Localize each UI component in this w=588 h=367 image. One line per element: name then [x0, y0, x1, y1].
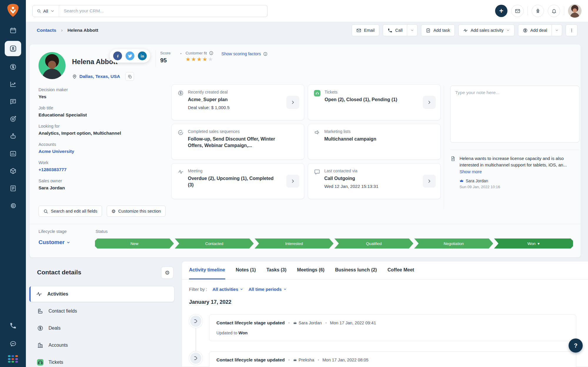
phone-icon	[9, 322, 17, 329]
sidebar-item-reports[interactable]	[6, 147, 20, 160]
sidebar-item-contacts[interactable]	[5, 41, 21, 56]
tab-meetings[interactable]: Meetings (6)	[297, 261, 324, 279]
filter-periods-dropdown[interactable]: All time periods	[248, 287, 287, 292]
note-timestamp: Sun 09 Jan, 2022 10:16	[460, 185, 579, 189]
stage-won[interactable]: Won▾	[494, 238, 573, 248]
note-icon	[450, 156, 456, 161]
customize-section-button[interactable]: ⚙Customize this section	[107, 206, 166, 217]
email-button[interactable]: Email	[352, 24, 379, 36]
email-inbox-button[interactable]	[511, 5, 524, 17]
deals-icon	[9, 63, 17, 71]
sidebar-item-live-chat[interactable]	[6, 337, 20, 351]
notifications-button[interactable]	[548, 5, 560, 17]
score-label: Score	[160, 51, 171, 55]
copy-location-button[interactable]	[125, 72, 134, 81]
contact-location-link[interactable]: Dallas, Texas, USA	[79, 74, 120, 79]
menu-item-accounts[interactable]: Accounts	[29, 338, 174, 353]
add-deal-button[interactable]: Add deal	[518, 24, 552, 36]
breadcrumb-current: Helena Abbott	[68, 28, 98, 33]
crown-icon	[293, 358, 297, 362]
help-button[interactable]: ?	[569, 338, 583, 353]
stage-new[interactable]: New	[95, 238, 174, 248]
sidebar-item-automation[interactable]	[6, 129, 20, 143]
tab-tasks[interactable]: Tasks (3)	[266, 261, 286, 279]
contact-details-settings-button[interactable]: ⚙	[161, 266, 173, 279]
customer-fit-block: Customer fit ★★★★★	[186, 51, 213, 62]
tab-activity-timeline[interactable]: Activity timeline	[189, 261, 225, 279]
note-input[interactable]	[450, 86, 579, 143]
menu-item-contact-fields[interactable]: Contact fields	[29, 303, 174, 319]
field-decision-maker: Decision makerYes	[39, 87, 165, 99]
tab-notes[interactable]: Notes (1)	[236, 261, 256, 279]
facebook-button[interactable]	[113, 51, 122, 60]
building-icon	[37, 342, 44, 348]
stage-negotiation[interactable]: Negotiation	[414, 238, 493, 248]
stage-interested[interactable]: Interested	[255, 238, 334, 248]
open-meetings-button[interactable]	[286, 175, 299, 188]
sidebar-item-documents[interactable]	[6, 181, 20, 195]
summary-widgets: Recently created dealAcme_Super planDeal…	[171, 84, 441, 199]
freshworks-logo[interactable]	[6, 4, 19, 17]
app-dot	[8, 361, 11, 363]
sidebar-item-products[interactable]	[6, 164, 20, 178]
sidebar-bottom	[6, 319, 20, 363]
timeline-card[interactable]: Contact lifecycle stage updated Preksha …	[209, 351, 576, 367]
show-scoring-factors-link[interactable]: Show scoring factors	[221, 51, 268, 56]
timeline-date-header: January 17, 2022	[189, 299, 231, 305]
tab-business-lunch[interactable]: Business lunch (2)	[335, 261, 377, 279]
chevron-down-icon	[555, 29, 559, 32]
twitter-icon	[128, 54, 132, 58]
kebab-icon	[569, 28, 574, 33]
sidebar-item-analytics[interactable]	[6, 77, 20, 91]
menu-item-activities[interactable]: Activities	[29, 286, 174, 302]
sidebar-item-calendar[interactable]	[6, 24, 20, 37]
search-icon	[37, 9, 41, 13]
sidebar-item-phone[interactable]	[6, 319, 20, 332]
app-dot	[11, 355, 14, 357]
chevron-right-icon	[290, 100, 295, 105]
open-conversation-button[interactable]	[423, 175, 436, 188]
sidebar-item-deals[interactable]	[6, 60, 20, 74]
quick-add-button[interactable]: +	[495, 5, 507, 17]
gear-icon: ⚙	[111, 208, 116, 214]
add-task-button[interactable]: Add task	[421, 24, 455, 36]
search-edit-fields-button[interactable]: Search and edit all fields	[39, 206, 102, 217]
breadcrumb-contacts-link[interactable]: Contacts	[37, 28, 56, 33]
app-switcher-icon[interactable]	[8, 355, 18, 363]
sidebar-item-conversations[interactable]	[6, 95, 20, 108]
linkedin-icon	[140, 54, 145, 58]
twitter-button[interactable]	[126, 51, 134, 60]
menu-item-deals[interactable]: Deals	[29, 321, 174, 336]
sidebar-item-settings[interactable]	[6, 199, 20, 212]
show-more-link[interactable]: Show more	[460, 169, 579, 174]
plus-icon: +	[499, 7, 503, 15]
fields-icon	[37, 308, 44, 314]
divider	[444, 86, 444, 209]
user-avatar[interactable]	[568, 4, 582, 18]
stage-qualified[interactable]: Qualified	[335, 238, 414, 248]
call-button[interactable]: Call	[383, 24, 407, 36]
more-actions-button[interactable]	[566, 24, 577, 36]
search-input[interactable]	[59, 8, 267, 14]
menu-item-tickets[interactable]: Tickets	[29, 355, 174, 367]
open-tickets-button[interactable]	[423, 96, 436, 109]
open-deal-button[interactable]	[286, 96, 299, 109]
account-link[interactable]: Acme University	[39, 149, 165, 154]
tab-coffee-meet[interactable]: Coffee Meet	[387, 261, 414, 279]
stage-contacted[interactable]: Contacted	[175, 238, 254, 248]
add-sales-activity-button[interactable]: Add sales activity	[458, 24, 514, 36]
star-icon: ★	[186, 56, 191, 62]
sidebar-item-goals[interactable]	[6, 112, 20, 126]
add-deal-options-button[interactable]	[552, 24, 562, 36]
search-scope-dropdown[interactable]: All	[33, 5, 59, 17]
call-options-button[interactable]	[407, 24, 417, 36]
topbar-actions: +	[495, 4, 582, 18]
whats-new-button[interactable]	[532, 5, 544, 17]
work-phone-link[interactable]: +1280383777	[39, 167, 165, 172]
search-scope-label: All	[43, 9, 48, 14]
timeline-card[interactable]: Contact lifecycle stage updated Sara Jor…	[209, 314, 576, 341]
chevron-down-icon	[506, 29, 510, 32]
linkedin-button[interactable]	[138, 51, 147, 60]
lifecycle-stage-dropdown[interactable]: Customer	[39, 239, 70, 246]
filter-activities-dropdown[interactable]: All activities	[213, 287, 243, 292]
